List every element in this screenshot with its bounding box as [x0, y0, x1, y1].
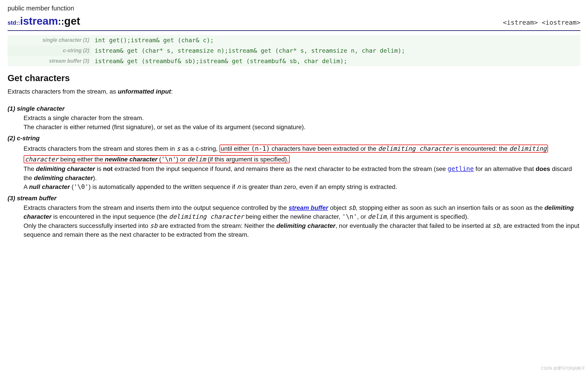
- text: for an alternative that: [474, 165, 536, 172]
- intro-paragraph: Extracts characters from the stream, as …: [8, 87, 580, 96]
- code-inline: delimiting character: [169, 213, 244, 220]
- page-title: std::istream::get: [8, 13, 80, 29]
- text: Only the characters successfully inserte…: [23, 222, 150, 229]
- title-separator: ::: [58, 16, 64, 27]
- text: is greater than zero, even if an empty s…: [241, 183, 397, 190]
- definition-body-3: Extracts characters from the stream and …: [23, 203, 580, 239]
- paragraph: Only the characters successfully inserte…: [23, 221, 580, 239]
- code-param: sb: [492, 222, 500, 230]
- definition-body-1: Extracts a single character from the str…: [23, 114, 580, 132]
- text: as a c-string,: [180, 145, 219, 152]
- paragraph: Extracts characters from the stream and …: [23, 203, 580, 221]
- definition-body-2: Extracts characters from the stream and …: [23, 143, 580, 192]
- code-inline: delimiting character: [378, 145, 453, 152]
- emphasis: does: [536, 165, 550, 172]
- definition-head-1: (1) single character: [8, 104, 580, 113]
- text: until either: [221, 145, 251, 152]
- signature-row: stream buffer (3) istream& get (streambu…: [8, 56, 580, 66]
- signature-row: c-string (2) istream& get (char* s, stre…: [8, 45, 580, 56]
- text: :: [171, 88, 173, 95]
- text: ) is automatically appended to the writt…: [89, 183, 237, 190]
- text: is encountered in the input sequence (th…: [52, 213, 169, 220]
- signature-table: single character (1) int get();istream& …: [8, 35, 580, 66]
- text: (: [70, 183, 74, 190]
- text: characters have been extracted or the: [270, 145, 378, 152]
- signature-label: single character (1): [8, 35, 92, 45]
- emphasis: null character: [29, 183, 70, 190]
- text: object: [328, 204, 348, 211]
- emphasis: not: [103, 165, 113, 172]
- code-param: s: [177, 145, 180, 152]
- text: The character is either returned (first …: [23, 123, 580, 132]
- text: , nor eventually the character that fail…: [336, 222, 493, 229]
- text: is encountered: the: [453, 145, 509, 152]
- emphasis: delimiting character: [36, 165, 95, 172]
- code-inline: '\n': [342, 213, 357, 220]
- text: are extracted from the stream: Neither t…: [158, 222, 276, 229]
- text: The: [23, 165, 36, 172]
- title-namespace: std::: [8, 19, 20, 26]
- signature-label: c-string (2): [8, 45, 92, 56]
- code-inline: (n-1): [251, 145, 270, 152]
- title-function: get: [64, 15, 80, 27]
- emphasis: delimiting character: [34, 175, 93, 181]
- text: (: [158, 156, 161, 163]
- code-inline: delim: [368, 213, 386, 220]
- section-heading: Get characters: [8, 72, 580, 85]
- code-inline: '\n': [161, 156, 176, 163]
- signature-code: istream& get (char* s, streamsize n);ist…: [92, 45, 580, 56]
- text: being either the: [59, 156, 105, 163]
- emphasis: unformatted input: [118, 88, 171, 95]
- text: , stopping either as soon as such an ins…: [356, 204, 545, 211]
- paragraph: The delimiting character is not extracte…: [23, 165, 580, 183]
- text: extracted from the input sequence if fou…: [113, 165, 447, 172]
- link-stream-buffer[interactable]: stream buffer: [289, 204, 328, 211]
- text: is: [95, 165, 103, 172]
- required-headers: <istream> <iostream>: [503, 18, 580, 27]
- signature-code: int get();istream& get (char& c);: [92, 35, 580, 45]
- text: , or: [357, 213, 368, 220]
- definition-head-2: (2) c-string: [8, 134, 580, 143]
- code-param: sb: [150, 222, 158, 230]
- title-row: std::istream::get <istream> <iostream>: [8, 13, 580, 31]
- link-getline[interactable]: getline: [448, 165, 474, 173]
- emphasis: delimiting character: [276, 222, 336, 229]
- text: Extracts characters from the stream, as: [8, 88, 118, 95]
- signature-label: stream buffer (3): [8, 56, 92, 66]
- text: A: [23, 183, 29, 190]
- text: being either the newline character,: [244, 213, 342, 220]
- text: Extracts characters from the stream and …: [23, 145, 177, 152]
- paragraph: Extracts characters from the stream and …: [23, 143, 580, 165]
- text: Extracts a single character from the str…: [23, 114, 580, 123]
- definition-head-3: (3) stream buffer: [8, 194, 580, 203]
- signature-code: istream& get (streambuf& sb);istream& ge…: [92, 56, 580, 66]
- text: , if this argument is specified).: [387, 213, 469, 220]
- code-param: n: [237, 183, 241, 190]
- text: Extracts characters from the stream and …: [23, 204, 289, 211]
- text: ).: [93, 175, 97, 181]
- paragraph: A null character ('\0') is automatically…: [23, 183, 580, 192]
- text: ) or: [176, 156, 187, 163]
- emphasis: newline character: [105, 156, 158, 163]
- member-kind: public member function: [8, 4, 580, 13]
- code-param: sb: [348, 204, 356, 211]
- signature-row: single character (1) int get();istream& …: [8, 35, 580, 45]
- code-inline: '\0': [74, 183, 89, 190]
- code-inline: delim: [187, 156, 206, 163]
- title-class: istream: [20, 15, 58, 27]
- text: (if this argument is specified).: [206, 156, 289, 163]
